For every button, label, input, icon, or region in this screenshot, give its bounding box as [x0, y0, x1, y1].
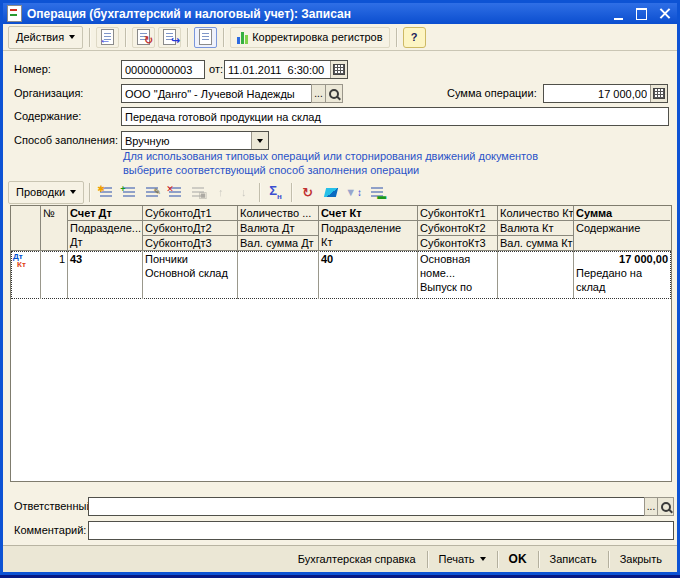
refresh-arrow-icon: ↻ — [144, 35, 153, 46]
refresh-button[interactable]: ↻ — [297, 183, 318, 202]
main-toolbar: Действия ← ↻ ↪ Корректировка регистров — [3, 24, 677, 51]
display-settings-button[interactable] — [320, 183, 341, 202]
provodki-toolbar: Проводки ✱ + ✎ ✕ ▣ ↑ ↓ Σн ↻ ▼↕ ▬ — [8, 181, 387, 203]
fill-hint-line2: выберите соответствующий способ заполнен… — [123, 164, 419, 176]
chevron-down-icon — [69, 35, 75, 39]
output-list-button[interactable]: ▬ — [366, 183, 387, 202]
date-field-wrap — [224, 60, 348, 79]
otvetstvennyj-ellipsis-button[interactable]: ... — [644, 497, 658, 516]
calculator-button[interactable] — [650, 85, 667, 102]
maximize-button[interactable] — [634, 7, 650, 21]
ot-label: от: — [209, 63, 223, 75]
soderzhanie-label: Содержание: — [14, 110, 81, 122]
date-input[interactable] — [225, 61, 330, 78]
kommentarij-field-wrap — [88, 521, 674, 540]
registers-chart-icon — [237, 31, 248, 44]
org-lookup-button[interactable] — [325, 84, 343, 103]
row-summa: 17 000,00 Передано на склад — [574, 251, 670, 299]
toolbar-separator — [89, 183, 90, 202]
row-subkonto-kt: Основная номе... Выпуск по план... — [418, 251, 498, 299]
print-label: Печать — [439, 553, 475, 565]
sposob-combobox[interactable] — [121, 131, 269, 150]
commit-row-button[interactable]: ▣ — [187, 183, 208, 202]
reload-button[interactable]: ↻ — [132, 27, 155, 48]
totals-icon: Σн — [269, 184, 282, 201]
move-down-icon: ↓ — [241, 186, 247, 198]
move-down-button[interactable]: ↓ — [233, 183, 254, 202]
otvetstvennyj-input[interactable] — [89, 498, 644, 515]
ok-button[interactable]: OK — [498, 549, 538, 569]
print-button[interactable]: Печать — [428, 549, 497, 569]
calendar-button[interactable] — [330, 61, 347, 78]
copy-row-button[interactable]: + — [118, 183, 139, 202]
soderzhanie-field-wrap — [121, 107, 669, 126]
sposob-value[interactable] — [122, 132, 251, 149]
org-field-wrap — [121, 84, 312, 103]
kommentarij-label: Комментарий: — [14, 524, 86, 536]
add-row-button[interactable]: ✱ — [95, 183, 116, 202]
close-window-button[interactable]: Закрыть — [609, 549, 673, 569]
register-correction-label: Корректировка регистров — [252, 31, 382, 43]
toolbar-separator — [89, 28, 90, 47]
accounting-reference-button[interactable]: Бухгалтерская справка — [287, 549, 427, 569]
minimize-button[interactable] — [611, 7, 627, 21]
toolbar-separator — [396, 28, 397, 47]
summa-input[interactable] — [544, 85, 650, 102]
toolbar-separator — [259, 183, 260, 202]
totals-button[interactable]: Σн — [265, 183, 286, 202]
help-icon: ? — [411, 31, 418, 43]
provodki-table[interactable]: № Счет Дт Подразделе...Дт СубконтоДт1 Су… — [10, 205, 672, 482]
actions-label: Действия — [16, 31, 64, 43]
header-kolichestvo-dt: Количество ... Валюта Дт Вал. сумма Дт — [238, 206, 319, 250]
otvetstvennyj-field-wrap — [88, 497, 645, 516]
row-dtkt-badge: Дт Кт — [11, 251, 41, 299]
chevron-down-icon — [257, 139, 263, 143]
structure-icon — [199, 29, 212, 45]
sposob-dropdown-button[interactable] — [251, 132, 268, 149]
row-num: 1 — [41, 251, 68, 299]
delete-row-button[interactable]: ✕ — [164, 183, 185, 202]
register-correction-button[interactable]: Корректировка регистров — [230, 27, 389, 48]
org-label: Организация: — [14, 87, 83, 99]
actions-button[interactable]: Действия — [8, 26, 83, 49]
window-title: Операция (бухгалтерский и налоговый учет… — [27, 7, 604, 21]
footer-buttonbar: Бухгалтерская справка Печать OK Записать… — [3, 545, 677, 572]
display-settings-icon — [324, 188, 338, 197]
provodki-button[interactable]: Проводки — [8, 181, 84, 204]
close-button[interactable] — [657, 7, 673, 21]
provodki-label: Проводки — [16, 186, 65, 198]
toolbar-separator — [187, 28, 188, 47]
move-up-button[interactable]: ↑ — [210, 183, 231, 202]
chevron-down-icon — [70, 190, 76, 194]
fill-hint-line1: Для использования типовых операций или с… — [123, 150, 538, 162]
up-down-arrows-icon: ↕ — [357, 187, 362, 198]
row-subkonto-dt: Пончики Основной склад — [143, 251, 238, 299]
nomer-input[interactable] — [122, 61, 204, 78]
otvetstvennyj-lookup-button[interactable] — [657, 497, 674, 516]
copy-values-button[interactable]: ↪ — [158, 27, 181, 48]
header-num: № — [41, 206, 68, 250]
org-input[interactable] — [122, 85, 311, 102]
save-button[interactable]: Записать — [539, 549, 608, 569]
table-row[interactable]: Дт Кт 1 43 Пончики Основной склад 40 Осн… — [11, 251, 671, 299]
magnifier-icon — [661, 502, 671, 512]
header-subkonto-kt: СубконтоКт1 СубконтоКт2 СубконтоКт3 — [418, 206, 498, 250]
soderzhanie-input[interactable] — [122, 108, 668, 125]
header-row-indicator — [11, 206, 41, 250]
kommentarij-input[interactable] — [89, 522, 673, 539]
edit-row-button[interactable]: ✎ — [141, 183, 162, 202]
row-kolichestvo-dt — [238, 251, 319, 299]
structure-button[interactable] — [194, 27, 217, 48]
curve-arrow-icon: ↪ — [171, 35, 180, 46]
operation-window: Операция (бухгалтерский и налоговый учет… — [0, 0, 680, 575]
help-button[interactable]: ? — [403, 27, 426, 48]
table-header: № Счет Дт Подразделе...Дт СубконтоДт1 Су… — [11, 206, 671, 251]
refresh-icon: ↻ — [302, 185, 313, 200]
reread-button[interactable]: ← — [96, 27, 119, 48]
sort-filter-button[interactable]: ▼↕ — [343, 183, 364, 202]
row-schet-dt: 43 — [68, 251, 143, 299]
nomer-field-wrap — [121, 60, 205, 79]
toolbar-separator — [291, 183, 292, 202]
move-up-icon: ↑ — [218, 186, 224, 198]
org-ellipsis-button[interactable]: ... — [311, 84, 326, 103]
